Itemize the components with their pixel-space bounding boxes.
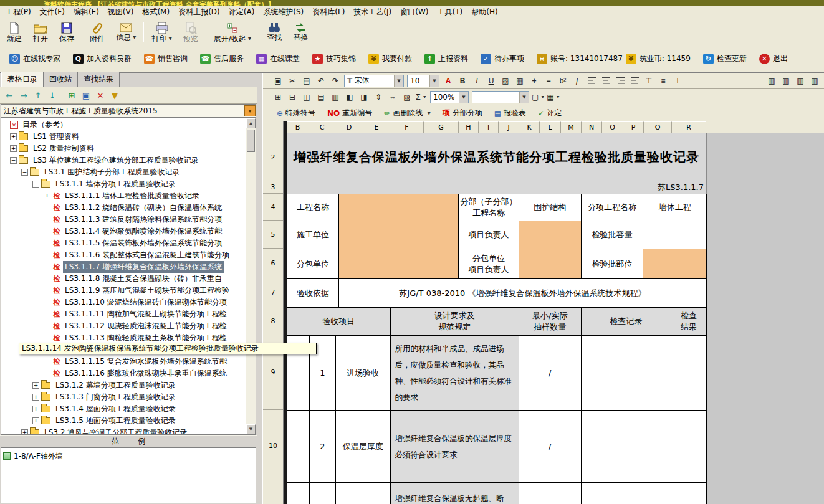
dropdown-arrow-icon[interactable]: ▼ (427, 111, 430, 116)
acceptance-basis-label[interactable]: 验收依据 (287, 279, 339, 308)
subcontractor-label[interactable]: 分包单位 (287, 249, 339, 279)
after-sales-button[interactable]: ☎ 售后服务 (194, 50, 249, 68)
item-name-cell[interactable]: 进场验收 (336, 336, 391, 411)
acceptance-basis-value[interactable]: 苏JG/T 038-2010 《增强纤维复合保温板外墙外保温系统技术规程》 (339, 279, 706, 308)
tips-button[interactable]: ★ 技巧集锦 (307, 50, 362, 68)
tree-item[interactable]: 检LS3.1.1.8 混凝土复合保温砌块（砖）非承重自 (1, 273, 246, 285)
find-button[interactable]: 查找 (261, 20, 287, 44)
gridline-preset-button[interactable]: ▥ (808, 75, 822, 87)
tree-scrollbar[interactable]: ▲ ▼ (246, 118, 256, 434)
move-right-button[interactable]: → (17, 88, 31, 102)
upload-data-button[interactable]: ↑ 上报资料 (419, 50, 474, 68)
column-header[interactable]: R (672, 121, 706, 133)
add-node-button[interactable]: ⊞ (65, 88, 79, 102)
tree-item[interactable]: 检LS3.1.1.9 蒸压加气混凝土砌块节能分项工程检验 (1, 285, 246, 297)
expand-toggle[interactable]: + (44, 193, 50, 199)
row-header[interactable]: 7 (263, 278, 283, 307)
column-header[interactable]: H (459, 121, 479, 133)
menu-report-upload[interactable]: 资料上报(D) (174, 5, 224, 19)
item-sample-cell[interactable]: / (519, 336, 582, 411)
sum-button[interactable]: Σ▼ (414, 91, 428, 103)
tab-table-catalog[interactable]: 表格目录 (1, 72, 44, 87)
tree-item[interactable]: 检LS3.1.1.10 淤泥烧结保温砖自保温砌体节能分项 (1, 297, 246, 308)
align-center-button[interactable] (599, 75, 613, 87)
batch-location-input[interactable] (643, 249, 706, 279)
column-header[interactable]: J (499, 121, 519, 133)
tree-item[interactable]: 检LS3.1.1.5 保温装饰板外墙外保温系统节能分项 (1, 237, 246, 249)
tree-locate-button[interactable]: ▾ (244, 105, 256, 116)
menu-file[interactable]: 文件(F) (36, 5, 69, 19)
item-result-cell[interactable] (671, 411, 706, 483)
menu-assessment[interactable]: 评定(A) (224, 5, 259, 19)
tree-item[interactable]: 检LS3.1.1.4 硬泡聚氨酯喷涂外墙外保温系统节能 (1, 226, 246, 237)
underline-button[interactable]: U (484, 75, 498, 87)
formula-button[interactable]: ƒ (570, 75, 584, 87)
item-name-value[interactable]: 墙体工程 (643, 194, 706, 221)
delete-button[interactable]: − (542, 75, 555, 87)
row-header[interactable]: 6 (263, 249, 283, 278)
column-header[interactable]: D (335, 121, 363, 133)
toolbar-grip[interactable] (266, 92, 267, 103)
men­u-project[interactable]: 工程(P) (1, 5, 36, 19)
batch-location-label[interactable]: 检验批部位 (582, 249, 644, 279)
dropdown-arrow-icon[interactable]: ▼ (540, 95, 545, 99)
batch-capacity-input[interactable] (643, 221, 706, 249)
bold-button[interactable]: B (456, 75, 469, 87)
join-group-button[interactable]: Q 加入资料员群 (67, 50, 137, 68)
tree-item[interactable]: +LS3.1.2 幕墙分项工程质量验收记录 (1, 379, 246, 391)
todo-button[interactable]: ✓ 待办事项 (475, 50, 530, 68)
expand-toggle[interactable]: − (10, 157, 17, 164)
expand-collapse-button[interactable]: 展开/收起▼ (208, 20, 257, 44)
tree-item[interactable]: +LS3.1.3 门窗分项工程质量验收记录 (1, 391, 246, 403)
align-left-button[interactable] (585, 75, 598, 87)
subcontractor-manager-input[interactable] (519, 249, 582, 279)
cut-button[interactable]: ✂ (285, 75, 299, 87)
item-name-cell[interactable] (336, 483, 391, 504)
column-header[interactable]: N (582, 121, 602, 133)
tree-item[interactable]: 检LS3.1.1.2 烧结保温砖（砌块）自保温墙体系统 (1, 202, 246, 214)
tree-item[interactable]: +LS3.2 通风与空调子分部工程质量验收记录 (1, 427, 246, 434)
tree-item[interactable]: +LS3.1.4 屋面分项工程质量验收记录 (1, 403, 246, 415)
italic-button[interactable]: I (470, 75, 484, 87)
tree-item[interactable]: +检LS3.1.1.1 墙体工程检验批质量验收记录 (1, 190, 246, 202)
subcontractor-manager-label[interactable]: 分包单位 项目负责人 (459, 249, 519, 279)
tree-item[interactable]: −LS3.1.1 墙体分项工程质量验收记录 (1, 178, 246, 190)
column-header[interactable]: G (424, 121, 459, 133)
menu-format[interactable]: 格式(M) (138, 5, 174, 19)
item-category-cell[interactable] (287, 483, 310, 504)
insert-column-button[interactable]: ◧ (343, 91, 357, 103)
subcontractor-input[interactable] (339, 249, 459, 279)
column-header[interactable]: I (479, 121, 499, 133)
item-requirement-cell[interactable]: 所用的材料和半成品、成品进场后，应做质量检查和验收，其品种、性能必须符合设计和有… (391, 336, 519, 411)
delete-node-button[interactable]: ✕ (93, 88, 107, 102)
check-result-header[interactable]: 检查 结果 (671, 308, 706, 336)
print-button[interactable]: 打印▼ (146, 20, 177, 44)
gridline-preset-button[interactable]: ▥ (779, 75, 793, 87)
save-button[interactable]: 保存 (54, 20, 80, 44)
tab-recycle-bin[interactable]: 回收站 (43, 72, 78, 87)
split-cell-button[interactable]: ◫ (300, 91, 314, 103)
find-expert-button[interactable]: ☺ 在线找专家 (4, 50, 66, 68)
move-left-button[interactable]: ← (2, 88, 16, 102)
tree-item[interactable]: 检LS3.1.1.6 装配整体式自保温混凝土建筑节能分项 (1, 249, 246, 261)
row-header[interactable]: 3 (263, 181, 283, 194)
scroll-down-button[interactable]: ▼ (246, 424, 256, 434)
contractor-input[interactable] (339, 221, 459, 249)
tree-item[interactable]: +LS2 质量控制资料 (1, 143, 246, 155)
column-header[interactable]: Q (644, 121, 672, 133)
row-header[interactable]: 8 (263, 307, 283, 335)
check-record-header[interactable]: 检查记录 (582, 308, 672, 336)
column-header[interactable]: B (287, 121, 309, 133)
project-manager-label[interactable]: 项目负责人 (459, 221, 519, 249)
expand-toggle[interactable]: + (32, 382, 39, 389)
border-style-dropdown[interactable]: ▢▼ (531, 91, 545, 103)
attachment-button[interactable]: 附件 (84, 20, 110, 44)
tree-item[interactable]: 检LS3.1.1.12 现浇轻质泡沫混凝土节能分项工程检 (1, 320, 246, 332)
row-header[interactable]: 5 (263, 221, 283, 249)
tree-item[interactable]: 检LS3.1.1.11 陶粒加气混凝土砌块节能分项工程检 (1, 308, 246, 320)
dropdown-arrow-icon[interactable]: ▼ (429, 75, 439, 87)
column-header[interactable]: P (623, 121, 644, 133)
align-right-button[interactable] (613, 75, 627, 87)
scrollbar-track[interactable] (246, 128, 256, 424)
online-class-button[interactable]: ▦ 在线课堂 (251, 50, 305, 68)
